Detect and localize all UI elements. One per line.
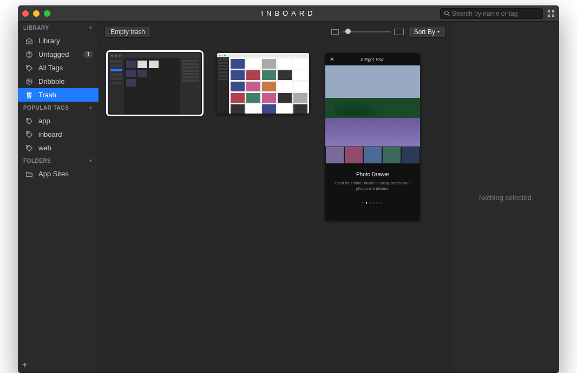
folder-icon xyxy=(25,170,34,178)
thumbnail-grid: ✕ Enlight Tour Photo Drawer Open the Pho… xyxy=(99,42,451,373)
dribbble-icon xyxy=(25,78,34,85)
window-controls xyxy=(22,10,50,17)
question-icon xyxy=(25,51,34,58)
chevron-down-icon: ▼ xyxy=(89,158,93,163)
tour-image xyxy=(325,65,420,147)
app-window: INBOARD LIBRARY ▼ Library xyxy=(18,5,559,373)
slider-thumb[interactable] xyxy=(345,29,351,34)
sidebar-section-popular-tags-header[interactable]: POPULAR TAGS ▼ xyxy=(18,102,99,114)
svg-line-1 xyxy=(448,15,450,16)
slider-track[interactable] xyxy=(342,31,391,32)
tour-title: Enlight Tour xyxy=(360,57,383,62)
add-button[interactable]: + xyxy=(22,360,27,370)
sidebar-item-dribbble[interactable]: Dribbble xyxy=(18,75,99,88)
tour-thumbstrip xyxy=(325,147,420,164)
count-badge: 1 xyxy=(83,51,93,58)
sidebar-section-library-header[interactable]: LIBRARY ▼ xyxy=(18,22,99,34)
sidebar-section-folders-header[interactable]: FOLDERS ▼ xyxy=(18,155,99,167)
chevron-down-icon: ▼ xyxy=(89,25,93,30)
svg-point-4 xyxy=(28,66,29,67)
main-area: Empty trash Sort By ▾ xyxy=(99,22,451,373)
sidebar-item-library[interactable]: Library xyxy=(18,34,99,48)
sidebar-item-folder-app-sites[interactable]: App Sites xyxy=(18,167,99,181)
inspector-panel: Nothing selected xyxy=(451,22,559,373)
search-icon xyxy=(444,10,450,16)
tour-heading: Photo Drawer xyxy=(331,171,415,177)
close-icon: ✕ xyxy=(330,56,334,62)
chevron-down-icon: ▾ xyxy=(437,29,440,34)
sidebar-item-all-tags[interactable]: All Tags xyxy=(18,61,99,75)
tour-description: Open the Photo Drawer to easily access y… xyxy=(331,181,415,191)
search-input[interactable] xyxy=(452,10,539,17)
thumbnail-size-slider[interactable] xyxy=(331,29,404,35)
sidebar-item-tag-app[interactable]: app xyxy=(18,114,99,128)
tag-icon xyxy=(25,117,34,125)
tag-icon xyxy=(25,144,34,152)
sidebar-item-tag-web[interactable]: web xyxy=(18,141,99,155)
svg-point-0 xyxy=(444,11,448,15)
search-field[interactable] xyxy=(440,8,543,19)
close-window-button[interactable] xyxy=(22,10,29,17)
sort-by-button[interactable]: Sort By ▾ xyxy=(408,26,445,38)
sidebar: LIBRARY ▼ Library Untagged 1 All Tags Dr… xyxy=(18,22,99,373)
tag-icon xyxy=(25,64,34,72)
sidebar-item-trash[interactable]: Trash xyxy=(18,88,99,102)
small-thumb-icon xyxy=(331,29,339,35)
minimize-window-button[interactable] xyxy=(33,10,40,17)
thumbnail-item[interactable] xyxy=(109,53,201,114)
tag-icon xyxy=(25,131,34,138)
svg-point-7 xyxy=(28,132,29,134)
library-icon xyxy=(25,37,34,45)
page-dots: ●●●●●● xyxy=(325,196,420,209)
zoom-window-button[interactable] xyxy=(44,10,50,17)
svg-point-6 xyxy=(28,119,29,120)
svg-point-8 xyxy=(28,146,29,147)
thumbnail-item[interactable] xyxy=(217,53,309,114)
trash-icon xyxy=(25,91,34,99)
svg-point-3 xyxy=(29,56,29,56)
large-thumb-icon xyxy=(394,29,404,35)
sidebar-item-tag-inboard[interactable]: inboard xyxy=(18,128,99,141)
sidebar-item-untagged[interactable]: Untagged 1 xyxy=(18,48,99,61)
inspector-empty-text: Nothing selected xyxy=(479,194,532,202)
toolbar: Empty trash Sort By ▾ xyxy=(99,22,451,42)
chevron-down-icon: ▼ xyxy=(89,105,93,110)
fullscreen-icon[interactable] xyxy=(547,10,555,17)
thumbnail-item[interactable]: ✕ Enlight Tour Photo Drawer Open the Pho… xyxy=(325,53,420,221)
titlebar: INBOARD xyxy=(18,5,559,22)
empty-trash-button[interactable]: Empty trash xyxy=(104,26,151,38)
